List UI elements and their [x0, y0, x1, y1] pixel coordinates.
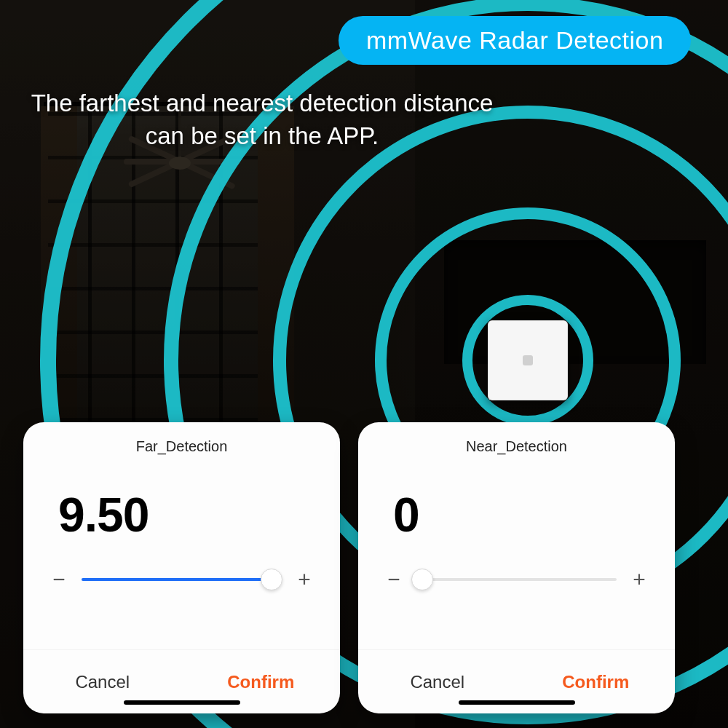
slider-thumb[interactable] — [261, 569, 282, 590]
card-title: Near_Detection — [358, 438, 675, 455]
slider-track[interactable] — [82, 578, 282, 581]
plus-button[interactable]: + — [627, 567, 652, 592]
card-title: Far_Detection — [23, 438, 340, 455]
slider-fill — [82, 578, 272, 581]
near-detection-card: Near_Detection 0 − + Cancel Confirm — [358, 422, 675, 713]
home-indicator — [124, 700, 240, 705]
minus-button[interactable]: − — [47, 567, 71, 592]
near-value: 0 — [393, 488, 419, 542]
minus-button[interactable]: − — [381, 567, 406, 592]
far-detection-card: Far_Detection 9.50 − + Cancel Confirm — [23, 422, 340, 713]
home-indicator — [459, 700, 575, 705]
headline-text: The farthest and nearest detection dista… — [29, 87, 495, 152]
sensor-device — [488, 320, 568, 400]
title-badge: mmWave Radar Detection — [339, 16, 691, 65]
plus-button[interactable]: + — [292, 567, 317, 592]
sensor-led — [523, 355, 533, 365]
slider-track[interactable] — [416, 578, 617, 581]
far-value: 9.50 — [58, 488, 149, 542]
slider-thumb[interactable] — [411, 569, 433, 590]
